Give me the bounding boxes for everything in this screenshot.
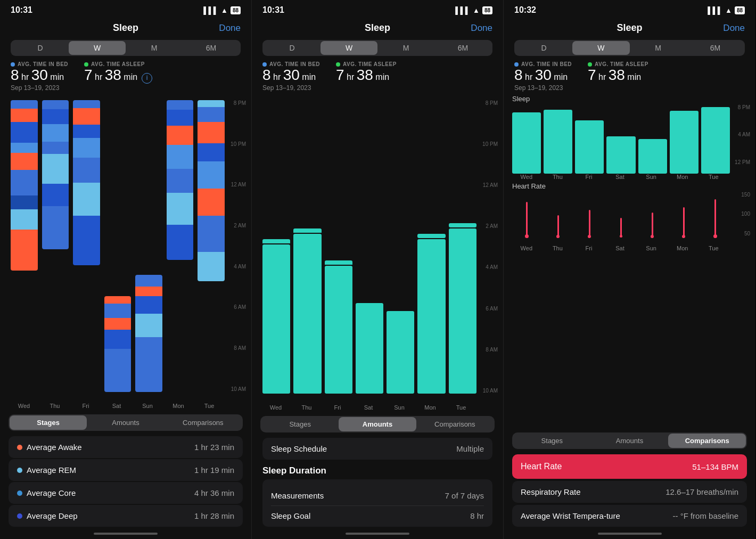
card-label-deep: Average Deep [17,511,78,520]
battery-3: 88 [735,6,745,14]
signal-icon: ▌▌▌ [203,6,218,14]
stats-row-1: AVG. TIME IN BED 8 hr 30 min Sep 13–19, … [0,58,251,93]
teal-bar-sat [356,303,383,394]
sleep-schedule-card: Sleep Schedule Multiple [262,438,492,460]
bar-mon-1 [167,100,194,260]
core-text: Average Core [27,488,76,497]
tab-amounts-1[interactable]: Amounts [87,415,164,430]
sleep-time-labels-3: 8 PM 4 AM 12 PM [730,104,750,174]
done-btn-3[interactable]: Done [723,23,745,34]
day-labels-1: Wed Thu Fri Sat Sun Mon Tue [11,403,246,411]
seg-6m-1[interactable]: 6M [183,41,240,55]
card-label-rem: Average REM [17,466,76,475]
status-icons-3: ▌▌▌ ▲ 88 [708,6,745,14]
panel-3: 10:32 ▌▌▌ ▲ 88 Sleep Done D W M 6M AVG. … [504,0,755,539]
sleep-goal-row: Sleep Goal 8 hr [271,506,484,520]
panel-1: 10:31 ▌▌▌ ▲ 88 Sleep Done D W M 6M AVG. … [0,0,252,539]
card-rem-1: Average REM 1 hr 19 min [9,459,243,481]
sleep-duration-card: Measurements 7 of 7 days Sleep Goal 8 hr [262,479,492,527]
stats-row-2: AVG. TIME IN BED 8 hr 30 min Sep 13–19, … [252,58,503,93]
deep-text: Average Deep [27,511,78,520]
dot-asleep-1 [84,62,88,67]
hr-time-labels: 150 100 50 [730,192,750,245]
sm-wed: Wed [512,174,541,180]
hr-sun: Sun [637,245,665,251]
day-fri-2: Fri [324,404,351,411]
title-2: Sleep [365,22,390,34]
stat-date-3: Sep 13–19, 2023 [514,84,572,92]
stat-time-asleep-2: AVG. TIME ASLEEP 7 hr 38 min [336,61,397,92]
seg-6m-3[interactable]: 6M [687,41,744,55]
tab-stages-3[interactable]: Stages [513,434,591,448]
bar-sat-1 [104,296,132,392]
hr-comparison-card[interactable]: Heart Rate 51–134 BPM [512,454,747,479]
seg-w-3[interactable]: W [572,41,629,55]
hr-col-sat [606,192,635,236]
awake-text: Average Awake [27,443,82,452]
bar-wed-1 [11,100,38,271]
sm-bar-7 [701,107,730,174]
title-1: Sleep [113,22,138,34]
sleep-schedule-label: Sleep Schedule [271,444,327,453]
hr-sat: Sat [606,245,635,251]
day-thu-2: Thu [293,404,320,411]
seg-6m-2[interactable]: 6M [434,41,491,55]
seg-m-1[interactable]: M [126,41,183,55]
rem-text: Average REM [27,466,76,475]
chart-container-1: 8 PM 10 PM 12 AM 2 AM 4 AM 6 AM 8 AM 10 … [11,95,246,403]
tab-comparisons-2[interactable]: Comparisons [416,417,494,431]
seg-m-3[interactable]: M [630,41,687,55]
teal-bar-tue [449,223,476,394]
seg-w-1[interactable]: W [69,41,126,55]
dot-awake [17,445,22,450]
hr-bars [512,192,730,245]
status-time-1: 10:31 [11,5,32,15]
done-btn-2[interactable]: Done [471,23,492,34]
seg-d-1[interactable]: D [12,41,69,55]
seg-d-2[interactable]: D [264,41,321,55]
resp-rate-card: Respiratory Rate 12.6–17 breaths/min [512,481,747,503]
done-btn-1[interactable]: Done [219,23,241,34]
stat-val-asleep-2: 7 hr 38 min [336,67,397,84]
sleep-schedule-value: Multiple [456,444,484,453]
hr-day-labels: Wed Thu Fri Sat Sun Mon Tue [512,245,750,251]
card-label-awake: Average Awake [17,443,82,452]
teal-bar-wed [262,239,290,394]
tab-stages-1[interactable]: Stages [10,415,87,430]
stat-date-2: Sep 13–19, 2023 [262,84,320,92]
sleep-duration-header: Sleep Duration [262,460,492,479]
day-sun-1: Sun [134,403,161,409]
seg-m-2[interactable]: M [377,41,434,55]
tab-amounts-2[interactable]: Amounts [339,417,416,431]
day-sun-2: Sun [386,404,413,411]
chart-area-2: 8 PM 10 PM 12 AM 2 AM 4 AM 6 AM 8 AM 10 … [252,93,503,413]
tab-switcher-2: Stages Amounts Comparisons [260,416,495,432]
status-time-2: 10:31 [262,5,284,15]
day-tue-1: Tue [196,403,223,409]
tab-amounts-3[interactable]: Amounts [591,434,669,448]
tab-comparisons-1[interactable]: Comparisons [165,415,242,430]
stat-time-asleep-3: AVG. TIME ASLEEP 7 hr 38 min [588,61,648,92]
hr-col-wed [512,192,541,236]
battery-2: 88 [482,6,492,14]
status-time-3: 10:32 [514,5,536,15]
wrist-temp-label: Average Wrist Tempera-ture [521,511,620,520]
bar-sun-1 [135,275,162,392]
bar-thu-1 [42,100,69,249]
info-icon-1[interactable]: i [142,73,152,84]
sleep-goal-value: 8 hr [470,511,484,520]
segment-1: D W M 6M [11,40,241,56]
rem-value: 1 hr 19 min [194,466,234,475]
card-awake-1: Average Awake 1 hr 23 min [9,436,243,458]
sm-bar-1 [512,112,541,174]
seg-d-3[interactable]: D [515,41,572,55]
dot-bed-1 [11,62,15,67]
home-indicator-3 [598,533,662,535]
tab-comparisons-3[interactable]: Comparisons [668,434,746,448]
hr-comparison-label: Heart Rate [521,462,562,471]
status-icons-1: ▌▌▌ ▲ 88 [203,6,241,14]
measurements-row: Measurements 7 of 7 days [271,486,484,506]
tab-stages-2[interactable]: Stages [261,417,339,431]
heart-rate-chart-label: Heart Rate [512,182,750,190]
seg-w-2[interactable]: W [321,41,377,55]
